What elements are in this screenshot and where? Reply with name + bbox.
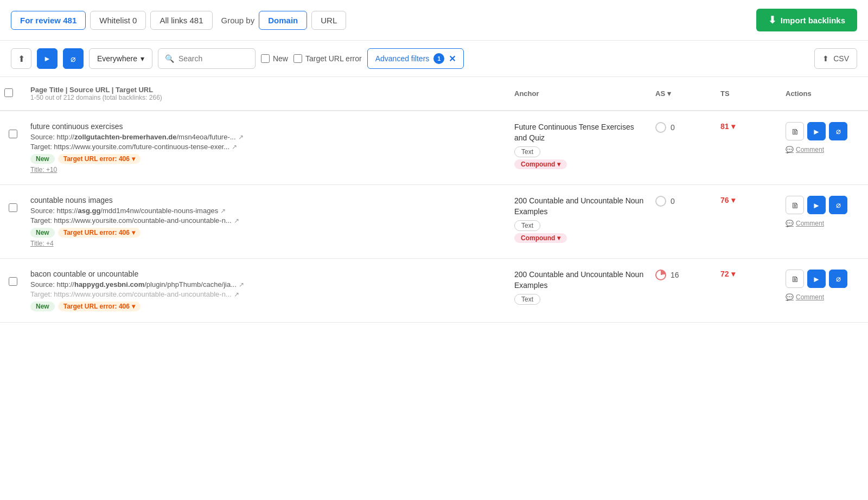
tabs-group: For review 481 Whitelist 0 All links 481… xyxy=(11,11,346,30)
group-by-label: Group by xyxy=(221,16,255,25)
row3-error-chevron-icon: ▾ xyxy=(132,303,135,310)
row1-comment-btn[interactable]: 💬 Comment xyxy=(786,146,824,153)
row2-tag-compound[interactable]: Compound ▾ xyxy=(514,233,567,243)
row1-block-btn[interactable]: ⌀ xyxy=(829,122,847,140)
advanced-filters-button[interactable]: Advanced filters 1 ✕ xyxy=(367,48,464,69)
row1-page-cell: future continuous exercises Source: http… xyxy=(26,120,510,176)
row1-as-value: 0 xyxy=(671,123,675,132)
row1-target-ext-link-icon[interactable]: ↗ xyxy=(232,143,237,151)
target-url-error-checkbox-group: Target URL error xyxy=(293,54,362,63)
row3-actions-row: 🗎 ► ⌀ xyxy=(786,270,847,288)
th-page: Page Title | Source URL | Target URL 1-5… xyxy=(26,82,510,105)
row2-error-chevron-icon: ▾ xyxy=(132,229,135,236)
advanced-filters-close-icon[interactable]: ✕ xyxy=(449,54,456,64)
import-icon: ⬇ xyxy=(768,14,776,26)
row1-error-badge[interactable]: Target URL error: 406 ▾ xyxy=(58,154,141,164)
group-url-btn[interactable]: URL xyxy=(311,11,346,30)
row1-comment-icon: 💬 xyxy=(786,146,794,153)
row3-ts-value[interactable]: 72 ▾ xyxy=(720,270,777,278)
row2-error-badge[interactable]: Target URL error: 406 ▾ xyxy=(58,228,141,238)
send-icon-btn[interactable]: ► xyxy=(37,48,58,69)
row3-title: bacon countable or uncountable xyxy=(30,270,506,278)
row2-tag-text: Text xyxy=(514,220,540,231)
row3-send-btn[interactable]: ► xyxy=(807,270,826,288)
row1-radio-circle xyxy=(655,122,666,133)
row2-title: countable nouns images xyxy=(30,196,506,204)
row3-new-badge: New xyxy=(30,302,55,311)
row1-send-btn[interactable]: ► xyxy=(807,122,826,140)
row1-source-ext-link-icon[interactable]: ↗ xyxy=(238,133,244,141)
row2-ts-cell: 76 ▾ xyxy=(716,194,781,207)
row1-as-cell: 0 xyxy=(651,120,716,135)
import-backlinks-button[interactable]: ⬇ Import backlinks xyxy=(756,9,857,31)
tab-whitelist[interactable]: Whitelist 0 xyxy=(90,11,146,30)
th-actions: Actions xyxy=(781,86,868,101)
row2-comment-btn[interactable]: 💬 Comment xyxy=(786,220,824,227)
row1-title: future continuous exercises xyxy=(30,122,506,131)
search-box: 🔍 xyxy=(158,48,256,69)
row3-badge-row: New Target URL error: 406 ▾ xyxy=(30,302,506,311)
row1-ts-value[interactable]: 81 ▾ xyxy=(720,122,777,131)
row3-anchor-cell: 200 Countable and Uncountable Noun Examp… xyxy=(510,267,651,309)
row2-radio-circle xyxy=(655,196,666,207)
export-icon: ⬆ xyxy=(18,54,25,64)
row2-title-plus[interactable]: Title: +4 xyxy=(30,240,54,247)
search-input[interactable] xyxy=(178,54,248,63)
csv-button[interactable]: ⬆ CSV xyxy=(814,48,857,69)
row1-checkbox[interactable] xyxy=(9,130,17,138)
row1-document-btn[interactable]: 🗎 xyxy=(786,122,804,140)
row2-as-cell: 0 xyxy=(651,194,716,209)
row3-target-ext-link-icon[interactable]: ↗ xyxy=(234,291,239,298)
row2-checkbox[interactable] xyxy=(9,203,17,212)
row3-error-badge[interactable]: Target URL error: 406 ▾ xyxy=(58,302,141,311)
new-checkbox[interactable] xyxy=(261,54,270,63)
row3-document-btn[interactable]: 🗎 xyxy=(786,270,804,288)
row2-checkbox-cell xyxy=(0,194,26,214)
csv-upload-icon: ⬆ xyxy=(822,54,829,63)
row3-source-url: Source: http://happygd.yesbni.com/plugin… xyxy=(30,280,506,289)
row2-actions-row: 🗎 ► ⌀ xyxy=(786,196,847,214)
target-url-error-checkbox[interactable] xyxy=(293,54,302,63)
row3-page-cell: bacon countable or uncountable Source: h… xyxy=(26,267,510,313)
tab-all-links[interactable]: All links 481 xyxy=(150,11,212,30)
row2-target-url: Target: https://www.yoursite.com/countab… xyxy=(30,216,506,225)
row3-checkbox[interactable] xyxy=(9,277,17,286)
row2-document-btn[interactable]: 🗎 xyxy=(786,196,804,214)
row1-ts-cell: 81 ▾ xyxy=(716,120,781,133)
block-icon-btn[interactable]: ⌀ xyxy=(63,48,84,69)
row1-source-url: Source: http://zollgutachten-bremerhaven… xyxy=(30,133,506,141)
row1-tag-compound[interactable]: Compound ▾ xyxy=(514,159,567,169)
row3-target-url: Target: https://www.yoursite.com/countab… xyxy=(30,290,506,298)
row3-checkbox-cell xyxy=(0,267,26,288)
row2-block-btn[interactable]: ⌀ xyxy=(829,196,847,214)
row3-comment-btn[interactable]: 💬 Comment xyxy=(786,293,824,301)
select-all-checkbox[interactable] xyxy=(4,88,13,97)
row2-source-ext-link-icon[interactable]: ↗ xyxy=(220,207,226,215)
row3-block-btn[interactable]: ⌀ xyxy=(829,270,847,288)
export-icon-btn[interactable]: ⬆ xyxy=(11,48,31,69)
advanced-filters-badge: 1 xyxy=(433,53,444,64)
group-domain-btn[interactable]: Domain xyxy=(259,11,307,30)
row3-source-ext-link-icon[interactable]: ↗ xyxy=(239,281,244,289)
row2-page-cell: countable nouns images Source: https://a… xyxy=(26,194,510,249)
row2-ts-value[interactable]: 76 ▾ xyxy=(720,196,777,204)
row2-ts-chevron-icon: ▾ xyxy=(731,196,735,204)
row2-target-ext-link-icon[interactable]: ↗ xyxy=(234,217,239,225)
block-icon: ⌀ xyxy=(71,54,76,64)
th-anchor: Anchor xyxy=(510,86,651,101)
th-checkbox xyxy=(0,85,26,102)
row2-send-btn[interactable]: ► xyxy=(807,196,826,214)
row3-actions-cell: 🗎 ► ⌀ 💬 Comment xyxy=(781,267,868,303)
row1-title-plus[interactable]: Title: +10 xyxy=(30,166,57,174)
row1-tag-text: Text xyxy=(514,146,540,157)
everywhere-dropdown[interactable]: Everywhere ▾ xyxy=(89,48,152,69)
row3-radio-circle xyxy=(655,270,666,280)
row1-badge-row: New Target URL error: 406 ▾ xyxy=(30,154,506,164)
row1-target-url: Target: https://www.yoursite.com/future-… xyxy=(30,143,506,151)
top-bar: For review 481 Whitelist 0 All links 481… xyxy=(0,0,868,41)
table-row: countable nouns images Source: https://a… xyxy=(0,185,868,259)
row1-actions-row: 🗎 ► ⌀ xyxy=(786,122,847,140)
row3-ts-chevron-icon: ▾ xyxy=(731,270,735,278)
tab-for-review[interactable]: For review 481 xyxy=(11,11,86,30)
th-as[interactable]: AS ▾ xyxy=(651,86,716,101)
